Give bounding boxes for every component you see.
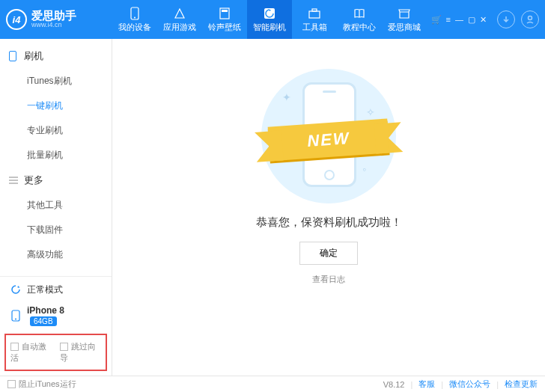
sparkle-icon: ✦ xyxy=(282,91,291,103)
sidebar: 刷机 iTunes刷机 一键刷机 专业刷机 批量刷机 更多 其他工具 下载固件 … xyxy=(0,39,112,376)
nav-toolbox[interactable]: 工具箱 xyxy=(292,0,337,39)
svg-rect-8 xyxy=(10,52,16,61)
download-button[interactable] xyxy=(497,10,515,28)
flash-icon xyxy=(263,7,276,20)
view-log-link[interactable]: 查看日志 xyxy=(312,274,345,285)
sparkle-icon: ◦ xyxy=(362,163,366,175)
svg-rect-3 xyxy=(222,10,228,12)
maximize-icon[interactable]: ▢ xyxy=(468,15,475,25)
skip-guide-checkbox[interactable]: 跳过向导 xyxy=(60,341,102,364)
sidebar-item-itunes-flash[interactable]: iTunes刷机 xyxy=(0,69,112,94)
update-link[interactable]: 检查更新 xyxy=(505,379,538,390)
svg-point-7 xyxy=(529,16,532,20)
logo[interactable]: i4 爱思助手 www.i4.cn xyxy=(6,9,112,30)
wallpaper-icon xyxy=(218,7,231,20)
auto-activate-checkbox[interactable]: 自动激活 xyxy=(10,341,52,364)
sidebar-item-onekey-flash[interactable]: 一键刷机 xyxy=(0,94,112,118)
success-message: 恭喜您，保资料刷机成功啦！ xyxy=(256,215,402,230)
sparkle-icon: ✧ xyxy=(366,106,375,118)
storage-badge: 64GB xyxy=(30,316,57,326)
sidebar-item-batch-flash[interactable]: 批量刷机 xyxy=(0,143,112,168)
list-icon xyxy=(9,175,19,186)
device-mode[interactable]: 正常模式 xyxy=(0,276,112,302)
navbar: 我的设备 应用游戏 铃声壁纸 智能刷机 工具箱 教程中心 爱思商城 xyxy=(112,0,427,39)
device-icon xyxy=(9,309,22,322)
refresh-icon xyxy=(9,283,22,296)
sidebar-item-other-tools[interactable]: 其他工具 xyxy=(0,193,112,218)
window-controls: 🛒 ≡ ― ▢ ✕ xyxy=(431,15,487,25)
sidebar-item-pro-flash[interactable]: 专业刷机 xyxy=(0,118,112,143)
book-icon xyxy=(353,7,366,20)
phone-outline-icon xyxy=(9,51,19,61)
main-content: ✦ ✧ ◦ NEW 恭喜您，保资料刷机成功啦！ 确定 查看日志 xyxy=(112,39,545,376)
nav-apps[interactable]: 应用游戏 xyxy=(157,0,202,39)
support-link[interactable]: 客服 xyxy=(418,379,435,390)
cart-icon[interactable]: 🛒 xyxy=(431,15,442,25)
toolbox-icon xyxy=(308,7,321,20)
nav-ringtones[interactable]: 铃声壁纸 xyxy=(202,0,247,39)
svg-point-13 xyxy=(15,319,16,320)
sidebar-group-flash[interactable]: 刷机 xyxy=(0,43,112,69)
header-actions: 🛒 ≡ ― ▢ ✕ xyxy=(431,10,539,28)
logo-icon: i4 xyxy=(6,9,27,30)
device-info[interactable]: iPhone 8 64GB xyxy=(0,302,112,332)
app-header: i4 爱思助手 www.i4.cn 我的设备 应用游戏 铃声壁纸 智能刷机 工具… xyxy=(0,0,545,39)
options-box: 自动激活 跳过向导 xyxy=(4,334,107,371)
minimize-icon[interactable]: ― xyxy=(455,15,463,25)
store-icon xyxy=(398,7,411,20)
nav-store[interactable]: 爱思商城 xyxy=(382,0,427,39)
logo-text: 爱思助手 www.i4.cn xyxy=(31,10,76,29)
svg-point-1 xyxy=(134,16,136,18)
version-label: V8.12 xyxy=(383,380,405,389)
svg-rect-5 xyxy=(309,11,320,18)
apps-icon xyxy=(173,7,186,20)
nav-tutorial[interactable]: 教程中心 xyxy=(337,0,382,39)
menu-icon[interactable]: ≡ xyxy=(446,15,451,25)
sidebar-group-more[interactable]: 更多 xyxy=(0,168,112,193)
sidebar-item-advanced[interactable]: 高级功能 xyxy=(0,242,112,267)
svg-rect-6 xyxy=(312,9,317,11)
phone-icon xyxy=(128,7,141,20)
confirm-button[interactable]: 确定 xyxy=(299,242,358,265)
close-icon[interactable]: ✕ xyxy=(480,15,487,25)
success-illustration: ✦ ✧ ◦ NEW xyxy=(261,69,396,203)
wechat-link[interactable]: 微信公众号 xyxy=(449,379,490,390)
nav-my-device[interactable]: 我的设备 xyxy=(112,0,157,39)
status-bar: 阻止iTunes运行 V8.12 | 客服 | 微信公众号 | 检查更新 xyxy=(0,376,545,392)
sidebar-item-download-fw[interactable]: 下载固件 xyxy=(0,218,112,242)
nav-flash[interactable]: 智能刷机 xyxy=(247,0,292,39)
user-button[interactable] xyxy=(521,10,539,28)
block-itunes-checkbox[interactable]: 阻止iTunes运行 xyxy=(7,379,76,390)
